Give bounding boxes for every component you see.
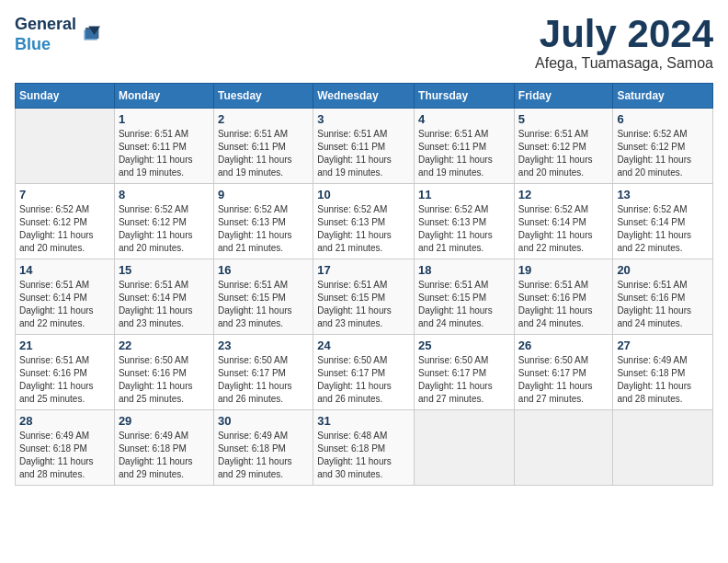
week-row-4: 21Sunrise: 6:51 AMSunset: 6:16 PMDayligh… bbox=[16, 335, 713, 410]
calendar-cell: 11Sunrise: 6:52 AMSunset: 6:13 PMDayligh… bbox=[415, 184, 515, 259]
calendar-cell bbox=[613, 410, 713, 486]
day-number: 20 bbox=[617, 263, 709, 277]
logo-text: GeneralBlue bbox=[15, 15, 76, 54]
day-number: 25 bbox=[418, 339, 510, 352]
day-number: 5 bbox=[518, 112, 609, 126]
calendar-cell: 7Sunrise: 6:52 AMSunset: 6:12 PMDaylight… bbox=[16, 184, 115, 259]
calendar-cell: 14Sunrise: 6:51 AMSunset: 6:14 PMDayligh… bbox=[16, 259, 115, 335]
day-info: Sunrise: 6:51 AMSunset: 6:12 PMDaylight:… bbox=[518, 128, 609, 179]
day-number: 8 bbox=[119, 188, 210, 201]
calendar-header-row: SundayMondayTuesdayWednesdayThursdayFrid… bbox=[16, 84, 713, 109]
title-section: July 2024 Afega, Tuamasaga, Samoa bbox=[535, 15, 713, 72]
day-number: 31 bbox=[317, 414, 410, 428]
day-info: Sunrise: 6:51 AMSunset: 6:11 PMDaylight:… bbox=[119, 128, 210, 179]
calendar-cell: 19Sunrise: 6:51 AMSunset: 6:16 PMDayligh… bbox=[514, 259, 613, 335]
week-row-1: 1Sunrise: 6:51 AMSunset: 6:11 PMDaylight… bbox=[16, 109, 713, 184]
day-number: 27 bbox=[617, 339, 709, 352]
day-number: 24 bbox=[317, 339, 410, 352]
header-day-monday: Monday bbox=[114, 84, 213, 109]
calendar-cell: 3Sunrise: 6:51 AMSunset: 6:11 PMDaylight… bbox=[313, 109, 415, 184]
calendar-table: SundayMondayTuesdayWednesdayThursdayFrid… bbox=[15, 83, 713, 486]
calendar-cell: 20Sunrise: 6:51 AMSunset: 6:16 PMDayligh… bbox=[613, 259, 713, 335]
calendar-cell: 22Sunrise: 6:50 AMSunset: 6:16 PMDayligh… bbox=[114, 335, 213, 410]
calendar-cell: 26Sunrise: 6:50 AMSunset: 6:17 PMDayligh… bbox=[514, 335, 613, 410]
day-info: Sunrise: 6:49 AMSunset: 6:18 PMDaylight:… bbox=[218, 430, 309, 481]
calendar-cell: 6Sunrise: 6:52 AMSunset: 6:12 PMDaylight… bbox=[613, 109, 713, 184]
header-day-sunday: Sunday bbox=[16, 84, 115, 109]
logo: GeneralBlue bbox=[15, 15, 100, 54]
calendar-cell: 21Sunrise: 6:51 AMSunset: 6:16 PMDayligh… bbox=[16, 335, 115, 410]
day-info: Sunrise: 6:51 AMSunset: 6:15 PMDaylight:… bbox=[218, 279, 309, 330]
calendar-cell: 12Sunrise: 6:52 AMSunset: 6:14 PMDayligh… bbox=[514, 184, 613, 259]
day-number: 9 bbox=[218, 188, 309, 201]
location-title: Afega, Tuamasaga, Samoa bbox=[535, 55, 713, 72]
header-day-wednesday: Wednesday bbox=[313, 84, 415, 109]
logo-blue-text: Blue bbox=[15, 35, 51, 53]
calendar-cell: 23Sunrise: 6:50 AMSunset: 6:17 PMDayligh… bbox=[213, 335, 313, 410]
day-number: 2 bbox=[218, 112, 309, 126]
day-info: Sunrise: 6:50 AMSunset: 6:17 PMDaylight:… bbox=[518, 354, 609, 406]
day-info: Sunrise: 6:51 AMSunset: 6:14 PMDaylight:… bbox=[19, 279, 110, 330]
header-day-friday: Friday bbox=[514, 84, 613, 109]
day-info: Sunrise: 6:51 AMSunset: 6:15 PMDaylight:… bbox=[418, 279, 510, 330]
calendar-cell bbox=[514, 410, 613, 486]
page-header: GeneralBlue July 2024 Afega, Tuamasaga, … bbox=[15, 15, 713, 72]
day-number: 4 bbox=[418, 112, 510, 126]
day-info: Sunrise: 6:50 AMSunset: 6:17 PMDaylight:… bbox=[418, 354, 510, 406]
day-number: 30 bbox=[218, 414, 309, 428]
calendar-cell: 29Sunrise: 6:49 AMSunset: 6:18 PMDayligh… bbox=[114, 410, 213, 486]
day-number: 17 bbox=[317, 263, 410, 277]
day-info: Sunrise: 6:51 AMSunset: 6:14 PMDaylight:… bbox=[119, 279, 210, 330]
header-day-saturday: Saturday bbox=[613, 84, 713, 109]
calendar-cell: 17Sunrise: 6:51 AMSunset: 6:15 PMDayligh… bbox=[313, 259, 415, 335]
day-info: Sunrise: 6:51 AMSunset: 6:11 PMDaylight:… bbox=[418, 128, 510, 179]
calendar-cell: 27Sunrise: 6:49 AMSunset: 6:18 PMDayligh… bbox=[613, 335, 713, 410]
calendar-cell: 25Sunrise: 6:50 AMSunset: 6:17 PMDayligh… bbox=[415, 335, 515, 410]
day-info: Sunrise: 6:52 AMSunset: 6:12 PMDaylight:… bbox=[19, 203, 110, 255]
calendar-cell: 18Sunrise: 6:51 AMSunset: 6:15 PMDayligh… bbox=[415, 259, 515, 335]
day-number: 11 bbox=[418, 188, 510, 201]
day-info: Sunrise: 6:51 AMSunset: 6:11 PMDaylight:… bbox=[218, 128, 309, 179]
day-info: Sunrise: 6:52 AMSunset: 6:13 PMDaylight:… bbox=[418, 203, 510, 255]
calendar-cell: 13Sunrise: 6:52 AMSunset: 6:14 PMDayligh… bbox=[613, 184, 713, 259]
calendar-cell: 24Sunrise: 6:50 AMSunset: 6:17 PMDayligh… bbox=[313, 335, 415, 410]
day-number: 28 bbox=[19, 414, 110, 428]
day-info: Sunrise: 6:52 AMSunset: 6:14 PMDaylight:… bbox=[617, 203, 709, 255]
day-number: 19 bbox=[518, 263, 609, 277]
day-number: 1 bbox=[119, 112, 210, 126]
day-number: 7 bbox=[19, 188, 110, 201]
day-info: Sunrise: 6:51 AMSunset: 6:15 PMDaylight:… bbox=[317, 279, 410, 330]
day-info: Sunrise: 6:49 AMSunset: 6:18 PMDaylight:… bbox=[19, 430, 110, 481]
day-info: Sunrise: 6:50 AMSunset: 6:16 PMDaylight:… bbox=[119, 354, 210, 406]
calendar-cell: 16Sunrise: 6:51 AMSunset: 6:15 PMDayligh… bbox=[213, 259, 313, 335]
day-info: Sunrise: 6:48 AMSunset: 6:18 PMDaylight:… bbox=[317, 430, 410, 481]
calendar-cell bbox=[415, 410, 515, 486]
header-day-thursday: Thursday bbox=[415, 84, 515, 109]
day-info: Sunrise: 6:51 AMSunset: 6:16 PMDaylight:… bbox=[617, 279, 709, 330]
calendar-cell: 31Sunrise: 6:48 AMSunset: 6:18 PMDayligh… bbox=[313, 410, 415, 486]
week-row-5: 28Sunrise: 6:49 AMSunset: 6:18 PMDayligh… bbox=[16, 410, 713, 486]
day-info: Sunrise: 6:50 AMSunset: 6:17 PMDaylight:… bbox=[317, 354, 410, 406]
day-info: Sunrise: 6:49 AMSunset: 6:18 PMDaylight:… bbox=[119, 430, 210, 481]
day-info: Sunrise: 6:49 AMSunset: 6:18 PMDaylight:… bbox=[617, 354, 709, 406]
day-number: 22 bbox=[119, 339, 210, 352]
calendar-cell: 28Sunrise: 6:49 AMSunset: 6:18 PMDayligh… bbox=[16, 410, 115, 486]
day-info: Sunrise: 6:51 AMSunset: 6:16 PMDaylight:… bbox=[518, 279, 609, 330]
calendar-cell: 4Sunrise: 6:51 AMSunset: 6:11 PMDaylight… bbox=[415, 109, 515, 184]
calendar-cell: 10Sunrise: 6:52 AMSunset: 6:13 PMDayligh… bbox=[313, 184, 415, 259]
day-number: 10 bbox=[317, 188, 410, 201]
calendar-cell: 2Sunrise: 6:51 AMSunset: 6:11 PMDaylight… bbox=[213, 109, 313, 184]
day-info: Sunrise: 6:51 AMSunset: 6:16 PMDaylight:… bbox=[19, 354, 110, 406]
day-info: Sunrise: 6:52 AMSunset: 6:13 PMDaylight:… bbox=[317, 203, 410, 255]
day-number: 29 bbox=[119, 414, 210, 428]
week-row-2: 7Sunrise: 6:52 AMSunset: 6:12 PMDaylight… bbox=[16, 184, 713, 259]
day-number: 6 bbox=[617, 112, 709, 126]
calendar-cell: 1Sunrise: 6:51 AMSunset: 6:11 PMDaylight… bbox=[114, 109, 213, 184]
day-info: Sunrise: 6:52 AMSunset: 6:13 PMDaylight:… bbox=[218, 203, 309, 255]
calendar-cell bbox=[16, 109, 115, 184]
calendar-cell: 30Sunrise: 6:49 AMSunset: 6:18 PMDayligh… bbox=[213, 410, 313, 486]
day-number: 3 bbox=[317, 112, 410, 126]
day-number: 12 bbox=[518, 188, 609, 201]
day-info: Sunrise: 6:50 AMSunset: 6:17 PMDaylight:… bbox=[218, 354, 309, 406]
day-info: Sunrise: 6:52 AMSunset: 6:14 PMDaylight:… bbox=[518, 203, 609, 255]
